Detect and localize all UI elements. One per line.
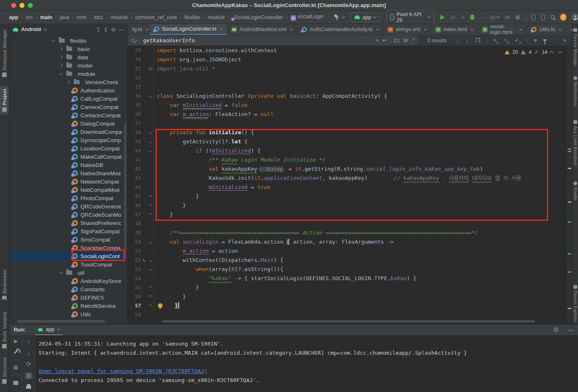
- close-tab-button[interactable]: ×: [558, 27, 561, 33]
- project-view-selector[interactable]: Android: [21, 27, 41, 32]
- run-settings-gear-button[interactable]: ⚙: [554, 327, 559, 333]
- close-tab-button[interactable]: ×: [424, 27, 427, 33]
- close-tab-button[interactable]: ×: [376, 27, 379, 33]
- close-find-bar-button[interactable]: ×: [563, 37, 566, 44]
- device-select[interactable]: Pixel 6 API 29: [386, 10, 434, 25]
- hide-panel-button[interactable]: —: [119, 27, 124, 33]
- editor-tab-ity.kt[interactable]: ity.kt×: [128, 24, 150, 35]
- tree-item-basic[interactable]: basic: [10, 45, 127, 53]
- tree-item-AndroidKeyStore[interactable]: AndroidKeyStore: [10, 277, 127, 285]
- editor-tab-index.html[interactable]: Hindex.html×: [431, 24, 478, 35]
- tool-button-gradle[interactable]: Gradle: [573, 181, 578, 201]
- tool-button-structure[interactable]: Structure: [0, 357, 9, 384]
- chevron-right-icon[interactable]: [59, 47, 63, 51]
- stop-process-button[interactable]: [14, 365, 18, 370]
- tree-item-PhotoCompat[interactable]: PhotoCompat: [10, 194, 127, 202]
- close-run-tab-button[interactable]: ×: [57, 327, 60, 332]
- tool-button-app-links-assistant[interactable]: App Links Assistant: [573, 120, 578, 165]
- tree-item-NotiCompatMod[interactable]: NotiCompatMod: [10, 186, 127, 194]
- tree-item-Authentication[interactable]: Authentication: [10, 86, 127, 94]
- breadcrumb-item-module[interactable]: module: [111, 15, 128, 20]
- close-tab-button[interactable]: ×: [220, 26, 223, 32]
- down-stack-trace-button[interactable]: ↓: [27, 350, 30, 356]
- editor-tab-strings.xml[interactable]: <>strings.xml×: [384, 24, 431, 35]
- breadcrumb-item-module[interactable]: module: [208, 15, 225, 20]
- breadcrumb-item-main[interactable]: main: [40, 15, 52, 20]
- edit-configuration-wrench-button[interactable]: [14, 350, 18, 354]
- open-in-find-window-button[interactable]: ❐: [475, 37, 480, 44]
- project-settings-button[interactable]: ⚙: [111, 27, 116, 33]
- close-tab-button[interactable]: ×: [519, 27, 522, 33]
- tree-item-DialogCompat[interactable]: DialogCompat: [10, 119, 127, 128]
- scroll-to-end-button[interactable]: ⇟: [25, 373, 33, 379]
- tree-item-module[interactable]: module: [10, 70, 127, 78]
- run-console-output[interactable]: 2024-05-31 15:35:31: Launching app on 's…: [35, 336, 578, 392]
- close-tab-button[interactable]: ×: [146, 27, 149, 33]
- tree-item-SharedPreferenc[interactable]: SharedPreferenc: [10, 219, 127, 227]
- project-horizontal-scrollbar[interactable]: [17, 320, 105, 323]
- breadcrumb-item-java[interactable]: java: [60, 15, 69, 20]
- collapse-all-button[interactable]: ↧: [103, 27, 108, 33]
- breadcrumb-item-SocialLoginController[interactable]: SocialLoginController: [232, 15, 283, 20]
- user-avatar[interactable]: [572, 14, 578, 20]
- remove-occurrence-button[interactable]: −II: [504, 37, 510, 44]
- tool-button-resource-manager[interactable]: Resource Manager: [0, 29, 9, 77]
- next-problem-button[interactable]: [558, 50, 562, 54]
- chevron-right-icon[interactable]: [67, 80, 70, 84]
- search-history-chevron-icon[interactable]: [136, 39, 138, 41]
- restore-layout-icon[interactable]: [13, 381, 18, 385]
- tree-item-QRCodeScanMo[interactable]: QRCodeScanMo: [10, 211, 127, 219]
- breadcrumb-item-src[interactable]: src: [26, 15, 33, 20]
- show-hidden-tabs-button[interactable]: [571, 27, 574, 30]
- tool-button-device-explorer[interactable]: Device Explorer: [573, 285, 578, 323]
- chevron-down-icon[interactable]: [59, 271, 63, 274]
- tree-item-util[interactable]: util: [10, 269, 127, 277]
- editor-tab-SocialLoginController.kt[interactable]: SocialLoginController.kt×: [150, 24, 228, 35]
- add-occurrence-button[interactable]: +II: [493, 37, 499, 44]
- tree-item-CallLogCompat[interactable]: CallLogCompat: [10, 94, 127, 103]
- breadcrumb-item-common_ref_core[interactable]: common_ref_core: [135, 15, 177, 20]
- chevron-down-icon[interactable]: [44, 27, 47, 30]
- apply-changes-button[interactable]: ⟳: [451, 15, 456, 20]
- tree-item-Utils[interactable]: Utils: [10, 310, 127, 318]
- tree-item-NativeDB[interactable]: NativeDB: [10, 161, 127, 169]
- next-occurrence-button[interactable]: ↓: [466, 37, 469, 44]
- apply-code-changes-button[interactable]: ⟳: [505, 15, 510, 20]
- filter-lines-icon[interactable]: ≡: [534, 37, 537, 44]
- tree-item-SignPadCompat[interactable]: SignPadCompat: [10, 227, 127, 235]
- chevron-right-icon[interactable]: [59, 64, 63, 67]
- tree-item-model[interactable]: model: [10, 61, 127, 70]
- chevron-down-icon[interactable]: [52, 39, 55, 42]
- previous-problem-button[interactable]: [550, 51, 554, 55]
- editor-tab-Utils.kt[interactable]: Utils.kt×: [527, 24, 566, 35]
- clear-search-button[interactable]: ×: [376, 37, 379, 44]
- breadcrumb-item-socialLogin[interactable]: vsocialLogin: [291, 14, 324, 21]
- newline-icon[interactable]: ↵: [382, 37, 387, 44]
- breadcrumb-item-ldcc[interactable]: ldcc: [94, 15, 103, 20]
- error-stripe[interactable]: [566, 46, 572, 324]
- filter-funnel-icon[interactable]: [543, 39, 547, 42]
- debug-button[interactable]: [470, 15, 474, 20]
- profiler-button[interactable]: ◔: [480, 15, 483, 20]
- tree-item-Constants[interactable]: Constants: [10, 285, 127, 293]
- inspections-widget[interactable]: 20 4 ✓ 14: [505, 49, 561, 55]
- expand-all-button[interactable]: ↥: [96, 27, 101, 33]
- chevron-right-icon[interactable]: [59, 56, 63, 59]
- tree-item-flexlibs[interactable]: flexlibs: [10, 36, 127, 45]
- search-query[interactable]: getKakaoUserInfo: [143, 37, 372, 44]
- tree-item-DownloadCompa[interactable]: DownloadCompa: [10, 128, 127, 136]
- select-all-occurrences-button[interactable]: ✓II: [515, 37, 522, 44]
- run-tab-app[interactable]: app ×: [35, 324, 62, 335]
- search-field[interactable]: getKakaoUserInfo × ↵ Cc W .*: [128, 35, 418, 46]
- tree-item-SnackbarCompa[interactable]: SnackbarCompa: [10, 244, 127, 252]
- chevron-down-icon[interactable]: [59, 72, 63, 75]
- intention-bulb-icon[interactable]: [158, 303, 163, 308]
- editor-tab-social-login.html[interactable]: Hsocial-login.html×: [478, 24, 527, 35]
- previous-occurrence-button[interactable]: ↑: [457, 37, 459, 44]
- print-console-button[interactable]: [26, 386, 31, 389]
- minimize-run-panel-button[interactable]: —: [568, 327, 574, 333]
- breadcrumb-item-com[interactable]: com: [77, 15, 87, 20]
- tree-item-QRCodeGenerat[interactable]: QRCodeGenerat: [10, 202, 127, 211]
- run-tasks-icon[interactable]: ≡: [461, 15, 464, 20]
- project-vertical-scrollbar[interactable]: [124, 123, 126, 259]
